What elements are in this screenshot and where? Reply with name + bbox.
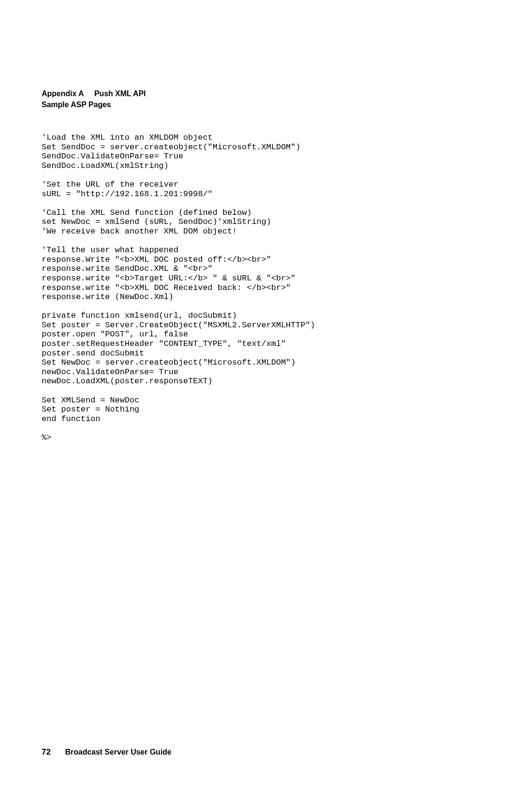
appendix-title: Push XML API [94,89,146,98]
header-line-2: Sample ASP Pages [42,100,146,110]
page-footer: 72 Broadcast Server User Guide [42,747,171,757]
page-header: Appendix A Push XML API Sample ASP Pages [42,89,146,110]
code-block: 'Load the XML into an XMLDOM object Set … [42,133,315,443]
page-number: 72 [42,747,51,757]
footer-title: Broadcast Server User Guide [65,748,171,756]
appendix-label: Appendix A [42,89,84,98]
header-line-1: Appendix A Push XML API [42,89,146,99]
